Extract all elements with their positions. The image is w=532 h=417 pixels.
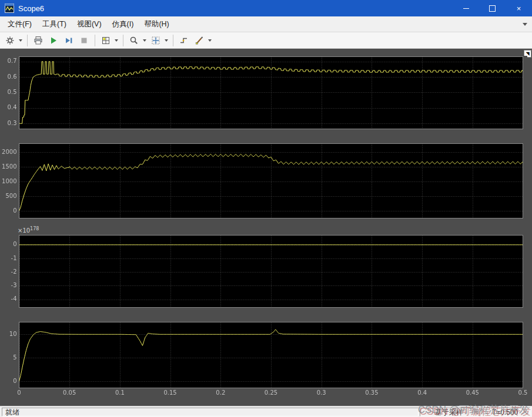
trigger-icon: [179, 36, 189, 45]
signal-display-button[interactable]: [99, 33, 113, 48]
scope-display-1: [0, 56, 527, 130]
scope-window: Scope6 × 文件(F) 工具(T) 视图(V) 仿真(I) 帮助(H): [0, 0, 532, 417]
scope-display-3: ×10178: [0, 234, 527, 308]
close-button[interactable]: ×: [506, 0, 532, 16]
menubar-overflow-chevron-icon[interactable]: [523, 23, 527, 26]
zoom-button[interactable]: [127, 33, 141, 48]
menu-file[interactable]: 文件(F): [2, 18, 37, 31]
printer-icon: [34, 36, 43, 45]
window-title: Scope6: [18, 4, 44, 13]
brush-icon: [195, 36, 204, 45]
statusbar: 就绪 基于采样 T=0.500: [0, 406, 532, 417]
toolbar: [0, 32, 532, 49]
scope-axes-4[interactable]: [0, 321, 527, 399]
scope-axes-1[interactable]: [0, 56, 527, 130]
measurements-button[interactable]: [192, 33, 206, 48]
signal-display-dropdown[interactable]: [113, 33, 119, 48]
scope-app-icon: [5, 4, 14, 13]
run-icon: [49, 36, 58, 45]
status-sample-mode: 基于采样: [420, 408, 479, 416]
status-ready: 就绪: [2, 408, 419, 416]
layout-grid-icon: [101, 36, 111, 45]
run-button[interactable]: [46, 33, 61, 48]
menu-tools[interactable]: 工具(T): [37, 18, 72, 31]
close-icon: ×: [517, 4, 521, 13]
menu-help[interactable]: 帮助(H): [139, 18, 174, 31]
scope-axes-3[interactable]: [0, 234, 527, 308]
step-forward-button[interactable]: [62, 33, 76, 48]
measurements-dropdown[interactable]: [207, 33, 212, 48]
fit-to-view-icon: [151, 36, 160, 45]
stop-button[interactable]: [77, 33, 91, 48]
menu-simulation[interactable]: 仿真(I): [107, 18, 139, 31]
scope-display-4: [0, 321, 527, 399]
print-button[interactable]: [31, 33, 45, 48]
scope-figure-area: ◥ ×10178: [0, 49, 532, 406]
maximize-button[interactable]: [479, 0, 506, 16]
stop-icon: [79, 36, 89, 45]
scope-display-2: [0, 143, 527, 219]
zoom-dropdown[interactable]: [142, 33, 147, 48]
magnifier-icon: [129, 36, 139, 45]
fit-to-view-button[interactable]: [149, 33, 163, 48]
trigger-button[interactable]: [177, 33, 191, 48]
step-forward-icon: [64, 36, 73, 45]
maximize-icon: [489, 5, 496, 12]
y-axis-exponent-label: ×10178: [18, 226, 39, 234]
minimize-button[interactable]: [453, 0, 479, 16]
menu-view[interactable]: 视图(V): [72, 18, 107, 31]
gear-icon: [5, 36, 15, 45]
scope-axes-2[interactable]: [0, 143, 527, 219]
status-sim-time: T=0.500: [480, 408, 530, 416]
settings-dropdown[interactable]: [18, 33, 23, 48]
titlebar: Scope6 ×: [0, 0, 532, 16]
settings-button[interactable]: [3, 33, 17, 48]
fit-to-view-dropdown[interactable]: [163, 33, 169, 48]
menubar: 文件(F) 工具(T) 视图(V) 仿真(I) 帮助(H): [0, 16, 532, 32]
minimize-icon: [463, 8, 469, 9]
